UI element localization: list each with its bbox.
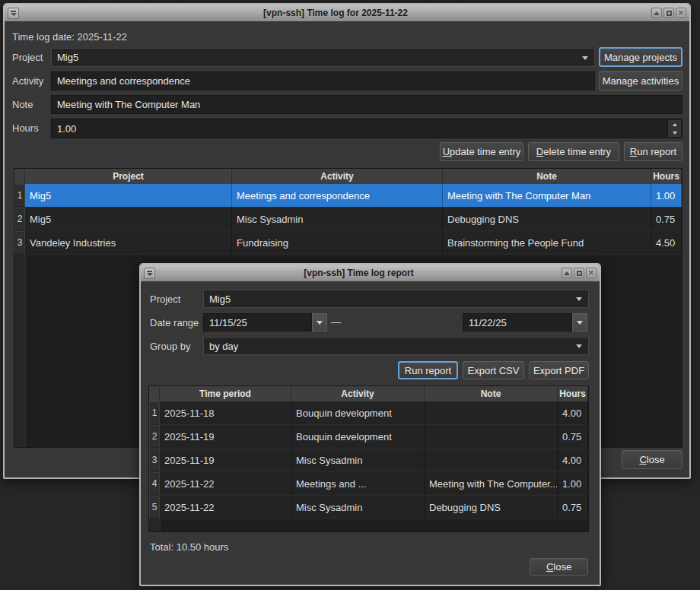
header-activity[interactable]: Activity — [291, 386, 425, 401]
cell-note: Debugging DNS — [443, 208, 651, 230]
shade-button[interactable] — [562, 268, 572, 278]
row-number: 3 — [14, 231, 25, 254]
note-label: Note — [12, 99, 33, 110]
activity-label: Activity — [12, 75, 43, 87]
main-close-button[interactable]: Close — [622, 450, 682, 469]
row-number: 2 — [149, 425, 160, 448]
date-from-picker[interactable]: 11/15/25 — [203, 313, 327, 331]
shade-icon — [654, 11, 660, 15]
project-label: Project — [12, 52, 43, 63]
cell-note — [425, 401, 558, 424]
window-menu-bar — [11, 11, 16, 12]
project-combobox[interactable]: Mig5 — [51, 48, 595, 67]
cell-activity: Fundraising — [232, 231, 443, 254]
report-row[interactable]: 2 2025-11-19 Bouquin development 0.75 — [149, 425, 588, 449]
update-label: Update time entry — [443, 146, 521, 157]
row-number: 1 — [149, 401, 160, 424]
window-menu-triangle — [147, 273, 153, 276]
spin-down-button[interactable] — [668, 128, 681, 137]
cell-project: Mig5 — [25, 184, 232, 207]
report-close-button[interactable]: Close — [530, 558, 588, 576]
date-from-dropdown-button[interactable] — [312, 313, 327, 331]
header-project[interactable]: Project — [25, 169, 232, 184]
group-by-combobox[interactable]: by day — [203, 337, 589, 355]
table-row[interactable]: 1 Mig5 Meetings and correspondence Meeti… — [14, 184, 682, 208]
cell-activity: Bouquin development — [291, 401, 425, 424]
date-to-picker[interactable]: 11/22/25 — [463, 313, 587, 331]
cell-period: 2025-11-22 — [160, 496, 291, 519]
window-menu-icon[interactable] — [144, 268, 155, 279]
cell-hours: 0.75 — [558, 425, 588, 448]
header-hours[interactable]: Hours — [558, 386, 588, 401]
cell-activity: Misc Sysadmin — [291, 449, 425, 471]
window-menu-icon[interactable] — [8, 8, 19, 19]
delete-label: Delete time entry — [536, 146, 611, 157]
close-window-button[interactable]: ✕ — [586, 268, 597, 278]
spinner-buttons — [667, 120, 681, 137]
report-run-report-button[interactable]: Run report — [398, 361, 458, 379]
cell-period: 2025-11-18 — [160, 401, 291, 424]
report-project-label: Project — [150, 293, 180, 305]
header-hours[interactable]: Hours — [651, 169, 682, 184]
report-titlebar[interactable]: [vpn-ssh] Time log report ✕ — [141, 265, 600, 281]
cell-activity: Misc Sysadmin — [232, 208, 443, 230]
header-blank — [149, 386, 160, 401]
hours-spinbox[interactable]: 1.00 — [51, 119, 682, 138]
activity-value: Meetings and correspondence — [57, 75, 190, 87]
maximize-icon — [577, 271, 582, 276]
report-project-value: Mig5 — [209, 293, 231, 305]
row-number: 2 — [14, 208, 25, 230]
cell-note — [425, 425, 558, 448]
report-window: [vpn-ssh] Time log report ✕ Project Mig5… — [139, 263, 601, 586]
activity-input[interactable]: Meetings and correspondence — [51, 71, 595, 90]
cell-activity: Misc Sysadmin — [291, 496, 425, 519]
maximize-button[interactable] — [574, 268, 584, 278]
maximize-button[interactable] — [663, 8, 674, 18]
shade-button[interactable] — [651, 8, 662, 18]
window-menu-bar — [147, 271, 152, 272]
close-icon: ✕ — [588, 269, 594, 277]
cell-activity: Meetings and correspondence — [232, 184, 443, 207]
cell-project: Vandeley Industries — [25, 231, 232, 254]
note-input[interactable]: Meeting with The Computer Man — [51, 95, 682, 114]
table-row[interactable]: 2 Mig5 Misc Sysadmin Debugging DNS 0.75 — [14, 208, 682, 231]
hours-value: 1.00 — [57, 123, 76, 135]
header-note[interactable]: Note — [425, 386, 558, 401]
export-csv-button[interactable]: Export CSV — [463, 361, 524, 379]
manage-activities-button[interactable]: Manage activities — [599, 71, 682, 90]
update-time-entry-button[interactable]: Update time entry — [440, 142, 523, 161]
header-note[interactable]: Note — [443, 169, 651, 184]
report-row[interactable]: 5 2025-11-22 Misc Sysadmin Debugging DNS… — [149, 496, 588, 519]
spin-up-button[interactable] — [668, 120, 681, 128]
export-pdf-button[interactable]: Export PDF — [529, 361, 589, 379]
header-activity[interactable]: Activity — [232, 169, 443, 184]
cell-activity: Meetings and ... — [291, 472, 425, 495]
close-window-button[interactable]: ✕ — [676, 8, 686, 18]
report-run-label: Run report — [405, 365, 451, 376]
project-value: Mig5 — [57, 52, 78, 63]
report-project-combobox[interactable]: Mig5 — [203, 290, 589, 308]
header-time-period[interactable]: Time period — [160, 386, 291, 401]
group-by-label: Group by — [150, 341, 190, 352]
report-close-label: Close — [546, 561, 571, 573]
cell-note: Meeting with The Computer... — [425, 472, 558, 495]
date-range-separator: — — [331, 316, 341, 328]
chevron-down-icon — [577, 321, 583, 325]
window-menu-triangle — [11, 13, 17, 16]
cell-hours: 0.75 — [558, 496, 588, 519]
main-titlebar[interactable]: [vpn-ssh] Time log for 2025-11-22 ✕ — [5, 5, 689, 21]
run-report-button[interactable]: Run report — [624, 142, 682, 161]
date-to-dropdown-button[interactable] — [572, 313, 587, 331]
cell-period: 2025-11-22 — [160, 472, 291, 495]
chevron-down-icon — [582, 56, 588, 60]
chevron-down-icon — [576, 344, 582, 348]
delete-time-entry-button[interactable]: Delete time entry — [528, 142, 619, 161]
date-from-input[interactable]: 11/15/25 — [203, 313, 312, 331]
desktop: [vpn-ssh] Time log for 2025-11-22 ✕ Time… — [0, 0, 700, 590]
table-row[interactable]: 3 Vandeley Industries Fundraising Brains… — [14, 231, 682, 255]
report-row[interactable]: 3 2025-11-19 Misc Sysadmin 4.00 — [149, 449, 588, 472]
manage-projects-button[interactable]: Manage projects — [599, 47, 682, 67]
report-row[interactable]: 1 2025-11-18 Bouquin development 4.00 — [149, 401, 588, 425]
date-to-input[interactable]: 11/22/25 — [463, 313, 572, 331]
report-row[interactable]: 4 2025-11-22 Meetings and ... Meeting wi… — [149, 472, 588, 496]
